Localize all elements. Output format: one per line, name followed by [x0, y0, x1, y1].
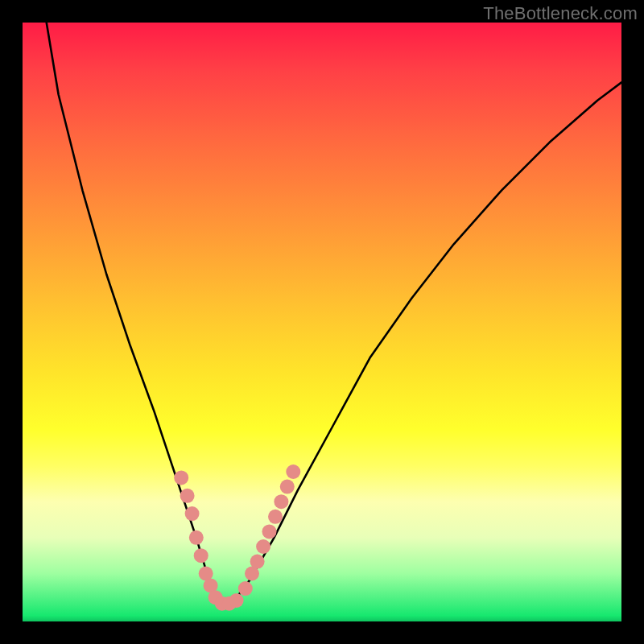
gradient-plot-area: [23, 23, 621, 621]
watermark-text: TheBottleneck.com: [483, 3, 638, 24]
